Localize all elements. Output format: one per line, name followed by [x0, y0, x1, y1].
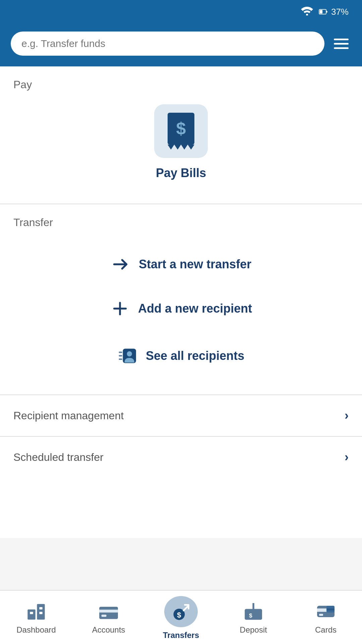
nav-item-cards[interactable]: Cards	[290, 591, 362, 644]
nav-item-dashboard[interactable]: Dashboard	[0, 591, 72, 644]
add-new-recipient-item[interactable]: Add a new recipient	[0, 286, 362, 331]
hamburger-line-3	[334, 47, 349, 49]
pay-section-label: Pay	[0, 66, 362, 98]
svg-rect-11	[119, 355, 122, 356]
cards-nav-label: Cards	[315, 625, 337, 635]
pay-bills-container[interactable]: $ Pay Bills	[0, 98, 362, 190]
start-new-transfer-label: Start a new transfer	[139, 257, 251, 271]
pay-bills-icon: $	[166, 113, 196, 150]
start-new-transfer-item[interactable]: Start a new transfer	[0, 242, 362, 286]
recipients-icon	[118, 344, 138, 368]
recipient-management-label: Recipient management	[13, 410, 124, 422]
recipient-management-item[interactable]: Recipient management ›	[0, 394, 362, 436]
svg-rect-10	[119, 352, 122, 353]
dashboard-nav-label: Dashboard	[16, 625, 56, 635]
plus-icon	[110, 300, 130, 317]
scheduled-transfer-label: Scheduled transfer	[13, 451, 104, 464]
transfers-icon-bg: $	[164, 596, 198, 627]
arrow-right-icon	[111, 256, 131, 273]
hamburger-menu-button[interactable]	[331, 36, 351, 52]
pay-section: Pay $ Pay Bills	[0, 66, 362, 204]
svg-point-14	[127, 351, 132, 356]
svg-rect-20	[99, 607, 118, 619]
deposit-nav-label: Deposit	[240, 625, 267, 635]
nav-item-transfers[interactable]: $ Transfers	[145, 591, 217, 644]
wifi-icon	[301, 6, 313, 18]
status-bar: 37%	[0, 0, 362, 23]
bottom-spacer	[0, 478, 362, 538]
svg-rect-15	[27, 609, 35, 620]
svg-rect-18	[39, 607, 42, 609]
battery-percentage: 37%	[331, 7, 349, 17]
svg-text:$: $	[176, 119, 186, 138]
hamburger-line-2	[334, 43, 349, 45]
search-input[interactable]	[11, 32, 324, 56]
nav-item-deposit[interactable]: $ Deposit	[217, 591, 290, 644]
transfer-items: Start a new transfer Add a new recipient	[0, 235, 362, 394]
svg-rect-21	[99, 609, 118, 612]
see-all-recipients-label: See all recipients	[146, 349, 244, 363]
add-new-recipient-label: Add a new recipient	[138, 302, 252, 316]
pay-bills-label: Pay Bills	[156, 166, 206, 180]
svg-text:$: $	[177, 610, 181, 619]
scheduled-transfer-item[interactable]: Scheduled transfer ›	[0, 436, 362, 478]
transfers-nav-label: Transfers	[163, 631, 199, 640]
cards-icon	[316, 602, 336, 622]
transfer-section-label: Transfer	[0, 204, 362, 235]
deposit-icon: $	[243, 602, 263, 622]
svg-rect-19	[39, 612, 42, 614]
bottom-nav: Dashboard Accounts $ Transfers	[0, 590, 362, 644]
svg-rect-3	[326, 11, 327, 13]
svg-rect-12	[119, 359, 122, 360]
svg-rect-22	[102, 614, 107, 616]
accounts-icon	[99, 602, 119, 622]
transfer-section: Transfer Start a new transfer	[0, 204, 362, 478]
scheduled-transfer-chevron: ›	[345, 450, 349, 464]
nav-item-accounts[interactable]: Accounts	[72, 591, 145, 644]
accounts-nav-label: Accounts	[92, 625, 125, 635]
main-content: Pay $ Pay Bills Transfer	[0, 66, 362, 538]
see-all-recipients-item[interactable]: See all recipients	[0, 331, 362, 381]
svg-point-0	[306, 14, 308, 15]
hamburger-line-1	[334, 39, 349, 40]
svg-text:$: $	[249, 612, 252, 619]
svg-marker-6	[168, 145, 194, 150]
battery-status: 37%	[318, 7, 349, 17]
header	[0, 23, 362, 66]
svg-rect-17	[30, 612, 33, 614]
recipient-management-chevron: ›	[345, 409, 349, 423]
dashboard-icon	[26, 602, 46, 622]
svg-rect-2	[320, 10, 322, 14]
pay-bills-icon-bg: $	[154, 104, 208, 158]
svg-rect-31	[319, 614, 323, 616]
svg-rect-33	[326, 608, 335, 610]
